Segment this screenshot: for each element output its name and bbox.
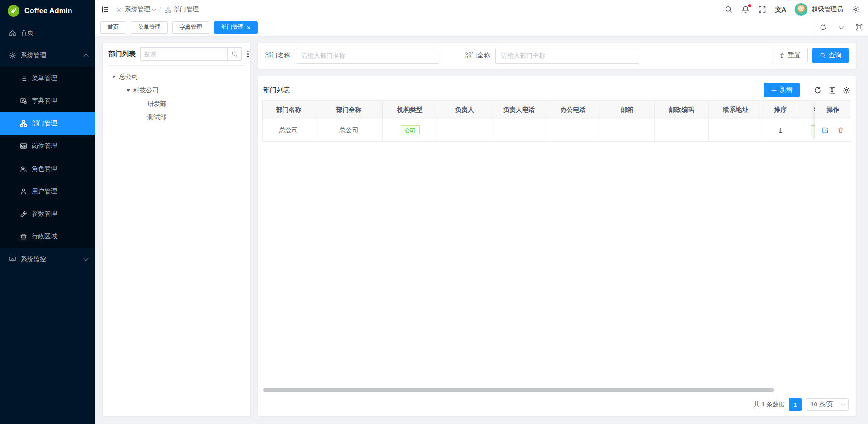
tree-node-test[interactable]: 测试部	[108, 111, 245, 124]
app-root: Coffee Admin 首页 系统管理	[0, 0, 868, 424]
breadcrumb: 系统管理 / 部门管理	[116, 5, 199, 14]
query-button[interactable]: 查询	[812, 48, 849, 63]
tree-node-label: 研发部	[147, 100, 166, 108]
horizontal-scrollbar[interactable]	[263, 388, 850, 392]
sidebar-collapse-icon[interactable]	[101, 5, 109, 14]
edit-icon[interactable]	[822, 127, 829, 133]
page-size-select[interactable]: 10 条/页	[806, 398, 849, 411]
column-sort: 排序 1	[763, 101, 798, 142]
column-leader-phone: 负责人电话	[492, 101, 546, 142]
dept-name-input[interactable]	[296, 48, 439, 64]
column-office-phone: 办公电话	[546, 101, 600, 142]
refresh-icon[interactable]	[814, 86, 821, 94]
sidebar-item-post-mgmt[interactable]: 岗位管理	[0, 135, 95, 157]
sidebar-item-home[interactable]: 首页	[0, 22, 95, 44]
column-settings-gear-icon[interactable]	[843, 86, 850, 94]
tree-node-tech[interactable]: 科技公司	[108, 84, 245, 97]
sidebar-item-user-mgmt[interactable]: 用户管理	[0, 180, 95, 203]
sidebar-group-system[interactable]: 系统管理	[0, 44, 95, 67]
sidebar-item-label: 部门管理	[32, 119, 88, 128]
sidebar-item-label: 用户管理	[32, 187, 88, 195]
scrollbar-thumb[interactable]	[263, 388, 774, 392]
column-header: 机构类型	[383, 101, 437, 119]
add-button[interactable]: 新增	[764, 83, 800, 97]
app-title: Coffee Admin	[24, 7, 72, 15]
dept-fullname-input[interactable]	[495, 48, 639, 64]
tabs: 首页 菜单管理 字典管理 部门管理	[100, 21, 814, 34]
fullscreen-icon[interactable]	[758, 5, 766, 14]
right-column: 部门名称 部门全称 重置	[258, 43, 856, 416]
trash-icon	[779, 52, 785, 59]
username: 超级管理员	[811, 5, 843, 14]
table-cell	[815, 119, 851, 142]
org-type-tag: 公司	[401, 125, 420, 135]
tree-search-input[interactable]	[140, 47, 227, 61]
tree-panel-header: 部门列表	[108, 47, 245, 66]
dept-table: 部门名称 总公司 部门全称 总公司 机构类型 公司	[262, 100, 851, 142]
tab-dept-mgmt[interactable]: 部门管理	[214, 21, 258, 34]
page-1-button[interactable]: 1	[789, 398, 802, 411]
tree-node-rnd[interactable]: 研发部	[108, 97, 245, 111]
breadcrumb-label: 系统管理	[125, 5, 150, 14]
search-icon[interactable]	[725, 5, 733, 14]
chevron-down-icon	[83, 256, 88, 261]
notification-bell-icon[interactable]	[741, 5, 750, 14]
tab-dict-mgmt[interactable]: 字典管理	[172, 21, 209, 34]
tree-caret-icon[interactable]	[127, 89, 130, 92]
gear-icon	[116, 6, 123, 13]
maximize-icon[interactable]	[850, 19, 868, 36]
table-scroll-area[interactable]: 部门名称 总公司 部门全称 总公司 机构类型 公司	[263, 101, 851, 142]
chevron-down-icon	[152, 6, 156, 11]
topbar-left: 系统管理 / 部门管理	[101, 5, 725, 14]
pagination: 共 1 条数据 1 10 条/页	[262, 396, 851, 414]
sidebar-item-role-mgmt[interactable]: 角色管理	[0, 157, 95, 180]
action-divider	[833, 127, 833, 133]
table-cell: 公司	[383, 119, 437, 142]
sidebar-menu: 首页 系统管理 菜单管理	[0, 22, 95, 271]
list-icon	[20, 75, 27, 82]
tab-home[interactable]: 首页	[100, 21, 126, 34]
breadcrumb-item-dept[interactable]: 部门管理	[165, 5, 199, 14]
sidebar-item-region-mgmt[interactable]: 行政区域	[0, 225, 95, 248]
column-header: 操作	[815, 101, 851, 119]
table-cell	[600, 119, 655, 142]
tree-search-button[interactable]	[227, 47, 242, 61]
home-icon	[9, 29, 16, 37]
table-toolbar: 新增	[764, 83, 850, 97]
column-header: 联系地址	[709, 101, 763, 119]
more-options-icon[interactable]	[246, 50, 250, 58]
table-cell: 总公司	[263, 119, 315, 142]
bank-icon	[20, 233, 27, 240]
user-menu[interactable]: 超级管理员	[794, 3, 843, 16]
tree-caret-icon[interactable]	[112, 76, 116, 78]
delete-trash-icon[interactable]	[837, 127, 844, 133]
row-height-icon[interactable]	[828, 86, 836, 94]
column-header: 部门名称	[263, 101, 315, 119]
reset-button[interactable]: 重置	[772, 48, 808, 63]
tab-menu-mgmt[interactable]: 菜单管理	[131, 21, 168, 34]
translate-icon[interactable]: 文A	[775, 5, 786, 14]
app-logo: Coffee Admin	[0, 0, 95, 22]
filter-item-fullname: 部门全称	[465, 48, 639, 64]
breadcrumb-separator: /	[159, 6, 161, 13]
gear-icon	[9, 52, 16, 59]
breadcrumb-item-system[interactable]: 系统管理	[116, 5, 156, 14]
tree-node-label: 测试部	[147, 114, 166, 122]
sidebar-group-monitor[interactable]: 系统监控	[0, 248, 95, 271]
column-operations: 操作	[815, 101, 851, 142]
table-card-header: 部门列表 新增	[262, 80, 851, 100]
filter-item-name: 部门名称	[265, 48, 439, 64]
sidebar-item-param-mgmt[interactable]: 参数管理	[0, 203, 95, 225]
sidebar-item-menu-mgmt[interactable]: 菜单管理	[0, 67, 95, 90]
sidebar-item-dept-mgmt[interactable]: 部门管理	[0, 112, 95, 135]
tree-node-hq[interactable]: 总公司	[108, 70, 245, 84]
chevron-down-icon[interactable]	[832, 19, 850, 36]
column-dept-fullname: 部门全称 总公司	[315, 101, 383, 142]
refresh-icon[interactable]	[814, 19, 832, 36]
sidebar-item-dict-mgmt[interactable]: 字典管理	[0, 90, 95, 112]
close-icon[interactable]	[247, 26, 250, 29]
sidebar-item-label: 行政区域	[32, 233, 88, 241]
settings-gear-icon[interactable]	[852, 5, 860, 14]
dept-table-card: 部门列表 新增	[258, 76, 856, 416]
table-cell	[709, 119, 763, 142]
